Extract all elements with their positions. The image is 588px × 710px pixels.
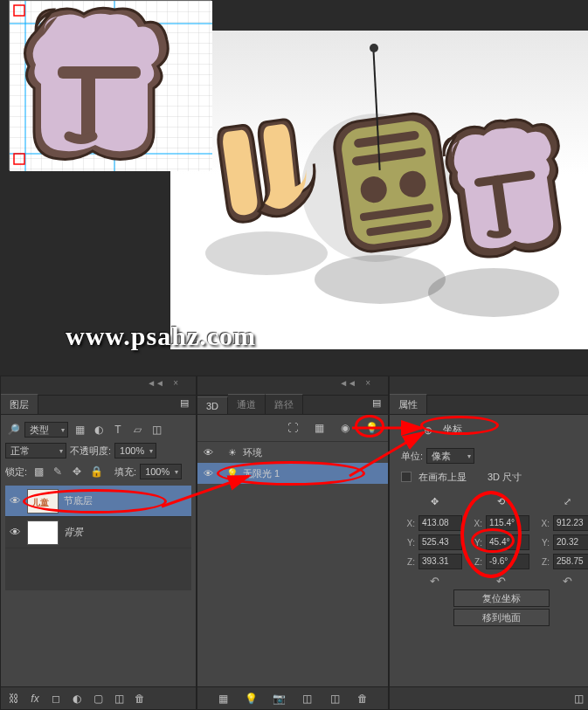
layer-thumbnail[interactable] (27, 520, 59, 545)
delete-3d-icon[interactable]: 🗑 (355, 691, 370, 707)
rotate-tool-icon[interactable]: ⟲ (490, 493, 511, 510)
move-tool-icon[interactable]: ✥ (424, 493, 445, 510)
scene-icon[interactable]: ▦ (215, 691, 231, 707)
3d-item-infinite-light[interactable]: 👁 💡 无限光 1 (197, 463, 388, 484)
svg-point-0 (205, 231, 328, 275)
filter-mesh-icon[interactable]: ▦ (311, 420, 327, 436)
close-icon[interactable]: × (365, 378, 370, 388)
grid-overlay (10, 1, 212, 171)
opacity-label: 不透明度: (70, 445, 111, 458)
3d-viewport[interactable] (170, 31, 588, 349)
filter-smart-icon[interactable]: ◫ (149, 422, 164, 438)
tab-properties[interactable]: 属性 (390, 394, 427, 414)
layers-panel-body: 🔎 类型 ▦ ◐ T ▱ ◫ 正常 不透明度: 100% 锁定: ▩ ✎ ✥ 🔒… (1, 415, 196, 686)
pos-z-input[interactable]: 393.31 (419, 554, 462, 569)
opacity-input[interactable]: 100% (114, 443, 156, 458)
render-icon[interactable]: ◫ (571, 691, 586, 707)
layer-name[interactable]: 节底层 (64, 494, 93, 507)
group-icon[interactable]: ▢ (90, 691, 106, 707)
canvas-checkbox[interactable] (401, 472, 412, 482)
reset-scale-icon[interactable]: ↶ (563, 575, 572, 588)
visibility-icon[interactable]: 👁 (8, 494, 22, 507)
item-name: 无限光 1 (243, 467, 280, 480)
unit-dropdown[interactable]: 像素 (426, 448, 474, 464)
move-to-ground-button[interactable]: 移到地面 (453, 609, 550, 626)
link-icon[interactable]: ⛓ (6, 691, 22, 707)
lock-brush-icon[interactable]: ✎ (50, 464, 66, 479)
filter-shape-icon[interactable]: ▱ (129, 422, 145, 438)
unit-label: 单位: (401, 450, 423, 463)
tab-paths[interactable]: 路径 (266, 394, 303, 414)
light-new-icon[interactable]: 💡 (243, 691, 259, 707)
filter-type-dropdown[interactable]: 类型 (24, 422, 68, 438)
blend-mode-dropdown[interactable]: 正常 (5, 443, 66, 458)
adjustment-icon[interactable]: ◐ (69, 691, 85, 707)
tab-layers[interactable]: 图层 (1, 394, 38, 414)
z-label: Z: (401, 557, 417, 567)
3d-item-environment[interactable]: 👁 ☀ 环境 (197, 442, 388, 463)
coord-icon[interactable]: ⊕ (420, 423, 436, 438)
filter-pixel-icon[interactable]: ▦ (72, 422, 87, 438)
render-icon[interactable]: ◫ (299, 691, 315, 707)
delete-icon[interactable]: 🗑 (132, 691, 148, 707)
light-handle[interactable] (370, 44, 378, 52)
panel-menu-icon[interactable]: ▤ (180, 397, 192, 410)
lock-all-icon[interactable]: 🔒 (88, 464, 104, 479)
layer-item-bg[interactable]: 👁 背景 (5, 517, 191, 548)
scale-y-input[interactable]: 20.32 (553, 534, 588, 550)
filter-scene-icon[interactable]: ⛶ (285, 420, 301, 436)
visibility-icon[interactable]: 👁 (201, 468, 215, 479)
scale-z-input[interactable]: 258.75 (553, 554, 588, 569)
rz-label: Z: (468, 557, 484, 567)
layer-item-active[interactable]: 👁 儿童 节底层 (5, 486, 191, 517)
coord-tab-label[interactable]: 坐标 (443, 423, 462, 438)
tab-channels[interactable]: 通道 (228, 394, 266, 414)
properties-panel: × 属性 ▤ ☀ ⊕ 坐标 单位: 像素 在画布上显 3D (389, 376, 588, 710)
close-icon[interactable]: × (173, 378, 178, 388)
light-props-icon[interactable]: ☀ (398, 423, 413, 438)
camera-icon[interactable]: 📷 (271, 691, 287, 707)
lock-move-icon[interactable]: ✥ (69, 464, 85, 479)
layer-name[interactable]: 背景 (64, 526, 83, 539)
rot-z-input[interactable]: -9.6° (486, 554, 529, 569)
new-layer-icon[interactable]: ◫ (111, 691, 127, 707)
lock-label: 锁定: (5, 465, 27, 479)
layers-tabs: 图层 ▤ (1, 396, 196, 415)
navigator-thumbnail[interactable] (9, 0, 211, 170)
collapse-icon[interactable]: ◄◄ (339, 378, 356, 388)
new-3d-icon[interactable]: ◫ (327, 691, 342, 707)
3d-panel-header: ◄◄ × (197, 376, 388, 396)
scale-tool-icon[interactable]: ⤢ (557, 493, 578, 510)
filter-adjust-icon[interactable]: ◐ (91, 422, 107, 438)
filter-type-text-icon[interactable]: T (110, 422, 126, 438)
coord-inputs: X: 413.08 X: 115.4° X: 912.23 Y: 525.43 … (401, 515, 588, 569)
item-name: 环境 (243, 446, 262, 459)
filter-material-icon[interactable]: ◉ (337, 420, 353, 436)
collapse-icon[interactable]: ◄◄ (147, 378, 164, 388)
filter-light-icon[interactable]: 💡 (363, 420, 379, 436)
tab-3d[interactable]: 3D (197, 396, 228, 414)
layer-thumbnail[interactable]: 儿童 (27, 489, 59, 514)
3d-panel-body: ⛶ ▦ ◉ 💡 👁 ☀ 环境 👁 💡 无限光 1 (197, 415, 388, 686)
scale-x-input[interactable]: 912.23 (553, 515, 588, 531)
3d-footer: ▦ 💡 📷 ◫ ◫ 🗑 (197, 686, 388, 709)
mask-icon[interactable]: ◻ (48, 691, 64, 707)
bulb-icon: 💡 (225, 468, 239, 479)
rot-y-input[interactable]: 45.4° (486, 534, 529, 550)
panel-menu-icon[interactable]: ▤ (372, 397, 384, 410)
filter-icon[interactable]: 🔎 (5, 422, 21, 438)
fill-input[interactable]: 100% (140, 464, 182, 479)
reset-pos-icon[interactable]: ↶ (430, 575, 439, 588)
rot-x-input[interactable]: 115.4° (486, 515, 529, 531)
reset-rot-icon[interactable]: ↶ (496, 575, 506, 588)
visibility-icon[interactable]: 👁 (201, 447, 215, 458)
pos-y-input[interactable]: 525.43 (419, 534, 462, 550)
lock-transparent-icon[interactable]: ▩ (31, 464, 46, 479)
fx-icon[interactable]: fx (27, 691, 43, 707)
pos-x-input[interactable]: 413.08 (419, 515, 462, 531)
visibility-icon[interactable]: 👁 (8, 526, 22, 539)
svg-rect-21 (58, 66, 141, 79)
reset-coords-button[interactable]: 复位坐标 (453, 589, 550, 607)
x-label: X: (401, 519, 417, 528)
size-label: 3D 尺寸 (488, 471, 522, 484)
